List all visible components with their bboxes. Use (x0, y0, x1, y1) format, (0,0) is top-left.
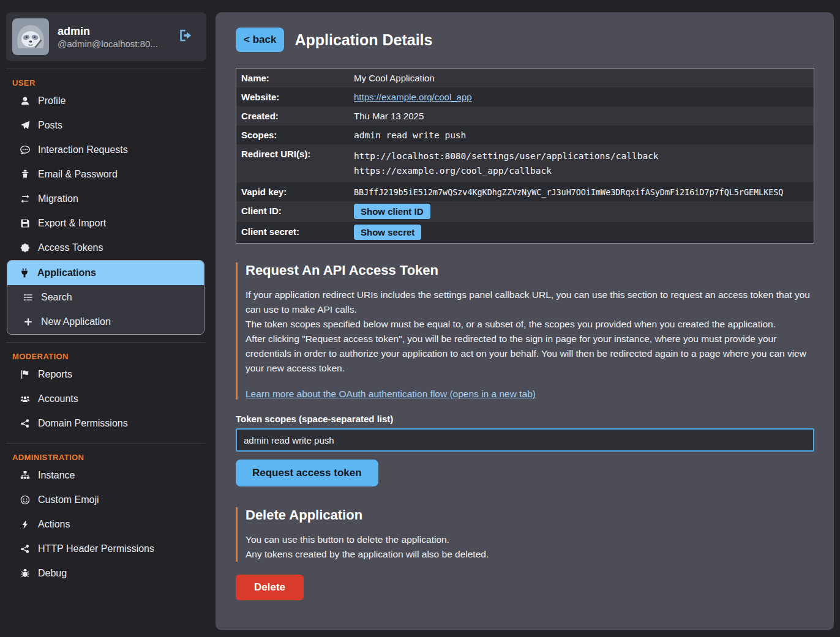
request-token-paragraph: If your application redirect URIs includ… (246, 288, 814, 317)
user-icon (20, 96, 30, 106)
table-row-vapid-key: Vapid key:BBJffJ219b5iE512m7wQSzv4KgKDhg… (236, 182, 814, 201)
user-handle: @admin@localhost:80... (58, 39, 158, 49)
table-row-created: Created:Thu Mar 13 2025 (236, 106, 814, 125)
back-button[interactable]: < back (236, 28, 284, 52)
plus-icon (23, 317, 33, 327)
detail-label: Vapid key: (236, 182, 349, 201)
sidebar-item-label: Applications (37, 267, 96, 278)
users-icon (20, 394, 30, 404)
detail-label: Created: (236, 106, 349, 125)
comment-dots-icon (20, 145, 30, 155)
sidebar-item-migration[interactable]: Migration (0, 187, 211, 211)
table-row-website: Website:https://example.org/cool_app (236, 88, 814, 106)
table-row-scopes: Scopes:admin read write push (236, 125, 814, 144)
sidebar-item-applications[interactable]: Applications (7, 261, 204, 285)
sidebar-section-label-administration: ADMINISTRATION (12, 453, 211, 462)
page-title: Application Details (294, 31, 432, 49)
sidebar-item-label: Interaction Requests (38, 144, 128, 155)
sidebar-item-reports[interactable]: Reports (0, 362, 211, 387)
detail-value: Show secret (349, 222, 814, 243)
sidebar-item-label: Email & Password (38, 169, 118, 180)
detail-label: Name: (236, 69, 349, 88)
sidebar-item-export-import[interactable]: Export & Import (0, 211, 211, 236)
sidebar-item-search[interactable]: Search (7, 285, 204, 310)
token-scopes-label: Token scopes (space-separated list) (236, 414, 814, 424)
sidebar-item-custom-emoji[interactable]: Custom Emoji (0, 488, 211, 512)
detail-label: Scopes: (236, 125, 349, 144)
sidebar-item-accounts[interactable]: Accounts (0, 387, 211, 411)
sidebar-item-label: Actions (38, 519, 70, 530)
detail-value: admin read write push (349, 125, 814, 144)
request-access-token-button[interactable]: Request access token (236, 460, 378, 486)
sidebar-item-instance[interactable]: Instance (0, 463, 211, 488)
table-row-client-secret: Client secret:Show secret (236, 222, 814, 243)
list-icon (23, 292, 33, 302)
delete-application-paragraph: You can use this button to delete the ap… (246, 532, 814, 547)
user-meta: admin @admin@localhost:80... (58, 24, 158, 49)
bolt-icon (20, 520, 30, 529)
detail-label: Redirect URI(s): (236, 144, 349, 163)
sidebar-item-label: Reports (38, 369, 72, 380)
user-name: admin (58, 24, 158, 39)
sidebar-item-label: Access Tokens (38, 242, 103, 253)
share-nodes-icon (20, 419, 30, 428)
plug-icon (20, 268, 29, 278)
share-nodes-icon (20, 544, 30, 554)
sidebar-item-actions[interactable]: Actions (0, 512, 211, 537)
user-card: admin @admin@localhost:80... (6, 12, 206, 61)
website-link[interactable]: https://example.org/cool_app (354, 92, 472, 102)
exchange-icon (20, 194, 30, 204)
detail-value: My Cool Application (349, 69, 814, 88)
table-row-name: Name:My Cool Application (236, 69, 814, 88)
request-token-paragraph: After clicking "Request access token", y… (246, 332, 814, 376)
sidebar-item-label: Search (41, 292, 72, 303)
sidebar-item-posts[interactable]: Posts (0, 113, 211, 138)
sidebar-item-label: Custom Emoji (38, 494, 99, 505)
sidebar-item-email-password[interactable]: Email & Password (0, 162, 211, 187)
sidebar-item-profile[interactable]: Profile (0, 89, 211, 113)
table-row-redirect-uri-s: Redirect URI(s):http://localhost:8080/se… (236, 144, 814, 182)
sidebar-item-label: Export & Import (38, 218, 106, 229)
detail-value: Thu Mar 13 2025 (349, 106, 814, 125)
floppy-icon (20, 218, 30, 228)
sidebar-divider (6, 342, 205, 343)
sidebar-item-label: Instance (38, 470, 75, 481)
sidebar-item-label: Accounts (38, 393, 78, 404)
sidebar-item-label: Domain Permissions (38, 418, 128, 429)
certificate-icon (20, 243, 30, 253)
token-scopes-input[interactable] (236, 428, 814, 452)
delete-application-paragraph: Any tokens created by the application wi… (246, 547, 814, 562)
sidebar-item-new-application[interactable]: New Application (7, 310, 204, 334)
header-row: < back Application Details (236, 28, 814, 52)
sidebar-divider (6, 443, 205, 444)
sidebar-item-http-header-permissions[interactable]: HTTP Header Permissions (0, 537, 211, 561)
delete-button[interactable]: Delete (236, 575, 304, 600)
application-details-panel: < back Application Details Name:My Cool … (216, 12, 834, 630)
table-row-client-id: Client ID:Show client ID (236, 201, 814, 222)
request-token-heading: Request An API Access Token (246, 263, 814, 278)
avatar (12, 18, 49, 55)
flag-icon (20, 370, 30, 379)
show-secret-button[interactable]: Show secret (354, 225, 421, 240)
detail-value: Show client ID (349, 201, 814, 222)
sidebar-divider (6, 69, 205, 69)
sidebar-item-label: New Application (41, 316, 111, 327)
oauth-docs-link[interactable]: Learn more about the OAuth authenticatio… (246, 389, 536, 400)
sidebar-item-interaction-requests[interactable]: Interaction Requests (0, 138, 211, 162)
sidebar-item-domain-permissions[interactable]: Domain Permissions (0, 411, 211, 436)
detail-value: BBJffJ219b5iE512m7wQSzv4KgKDhgZZVzNyWC_r… (349, 182, 814, 201)
sidebar: admin @admin@localhost:80... USERProfile… (0, 0, 211, 637)
sidebar-item-label: Posts (38, 120, 62, 131)
sidebar-item-access-tokens[interactable]: Access Tokens (0, 236, 211, 260)
sidebar-item-label: HTTP Header Permissions (38, 543, 154, 554)
sidebar-item-label: Debug (38, 568, 67, 579)
sign-out-icon[interactable] (178, 28, 193, 45)
smile-icon (20, 495, 30, 505)
sidebar-item-debug[interactable]: Debug (0, 561, 211, 586)
delete-application-section: Delete Application You can use this butt… (236, 507, 814, 562)
detail-value: http://localhost:8080/settings/user/appl… (349, 144, 814, 182)
sitemap-icon (20, 471, 30, 480)
user-secret-icon (20, 169, 30, 179)
show-client-id-button[interactable]: Show client ID (354, 204, 430, 219)
detail-label: Website: (236, 88, 349, 106)
